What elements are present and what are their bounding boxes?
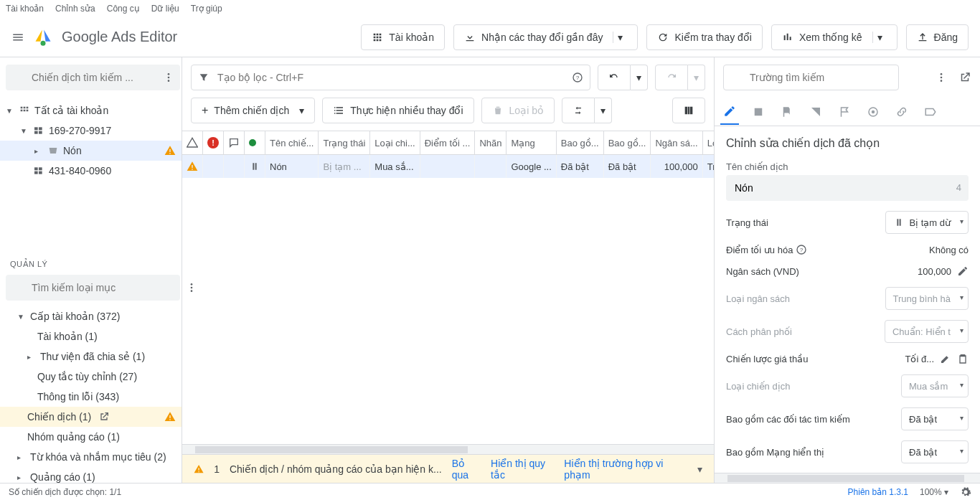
tree-account-1[interactable]: ▼ 169-270-9917 — [0, 121, 182, 141]
flag-outline-icon — [838, 105, 851, 118]
mgmt-keywords[interactable]: ▸Từ khóa và nhắm mục tiêu (2) — [0, 447, 182, 467]
warning-icon — [187, 161, 198, 172]
menu-account[interactable]: Tài khoản — [6, 4, 44, 14]
arrow-down-icon: ▼ — [20, 127, 29, 135]
filter-input[interactable] — [191, 65, 590, 90]
menu-help[interactable]: Trợ giúp — [191, 4, 222, 14]
redo-dropdown[interactable]: ▾ — [688, 65, 705, 90]
chevron-down-icon[interactable]: ▾ — [872, 32, 887, 43]
refresh-icon — [657, 32, 669, 43]
menu-data[interactable]: Dữ liệu — [151, 4, 179, 14]
hamburger-icon[interactable] — [11, 31, 24, 44]
col-incl2[interactable]: Bao gồ... — [603, 131, 651, 155]
mgmt-ads[interactable]: ▸Quảng cáo (1) — [0, 467, 182, 483]
list-icon — [333, 105, 344, 116]
btype-select[interactable]: Trung bình hà▾ — [885, 287, 969, 310]
tab-8[interactable] — [921, 100, 940, 124]
search-partners-label: Bao gồm các đối tác tìm kiếm — [726, 414, 894, 425]
name-input[interactable] — [726, 175, 969, 201]
accounts-button[interactable]: Tài khoản — [361, 24, 445, 50]
status-select[interactable]: Bị tạm dừ▾ — [885, 211, 969, 234]
col-alert[interactable]: ! — [203, 131, 224, 155]
zoom-level[interactable]: 100% ▾ — [920, 487, 948, 497]
menu-edit[interactable]: Chỉnh sửa — [55, 4, 95, 14]
chevron-down-icon[interactable]: ▾ — [697, 463, 702, 475]
flag-icon — [781, 105, 793, 118]
search-partners-select[interactable]: Đã bật▾ — [901, 407, 969, 430]
col-label[interactable]: Nhãn — [475, 131, 507, 155]
delivery-select[interactable]: Chuẩn: Hiển t▾ — [885, 320, 969, 343]
alert-skip-link[interactable]: Bỏ qua — [452, 458, 481, 481]
replace-dropdown[interactable]: ▾ — [595, 98, 612, 123]
col-type[interactable]: Loại chi... — [370, 131, 420, 155]
replace-button[interactable] — [562, 98, 595, 123]
link-icon — [895, 105, 908, 118]
col-comment[interactable] — [224, 131, 245, 155]
type-search-input[interactable] — [6, 275, 180, 301]
tab-5[interactable] — [835, 100, 854, 124]
col-incl1[interactable]: Bao gồ... — [556, 131, 603, 155]
ctype-select[interactable]: Mua sắm▾ — [901, 374, 969, 397]
mgmt-custom-rules[interactable]: Quy tắc tùy chỉnh (27) — [0, 367, 182, 387]
alert-rule-link[interactable]: Hiển thị quy tắc — [491, 458, 554, 481]
clipboard-icon[interactable] — [957, 353, 969, 364]
gear-icon[interactable] — [960, 486, 971, 498]
redo-button[interactable] — [655, 65, 688, 90]
add-campaign-button[interactable]: +Thêm chiến dịch▾ — [191, 98, 315, 123]
tab-3[interactable] — [778, 100, 796, 124]
menu-bar[interactable]: Tài khoản Chỉnh sửa Công cụ Dữ liệu Trợ … — [0, 0, 980, 17]
columns-icon — [683, 105, 694, 116]
more-vert-icon[interactable] — [163, 72, 174, 83]
chevron-down-icon[interactable]: ▾ — [613, 32, 627, 43]
pencil-icon[interactable] — [957, 265, 969, 277]
pencil-icon[interactable] — [940, 353, 951, 364]
table-row[interactable]: Nón Bị tạm ... Mua sắ... Google ... Đã b… — [182, 155, 714, 179]
mgmt-adgroups[interactable]: Nhóm quảng cáo (1) — [0, 427, 182, 447]
tab-6[interactable] — [864, 100, 882, 124]
mgmt-accounts[interactable]: Tài khoản (1) — [0, 326, 182, 346]
more-vert-icon[interactable] — [936, 72, 947, 83]
col-state[interactable]: Trạng thái — [319, 131, 370, 155]
col-btype[interactable]: Loại ngâ... — [702, 131, 714, 155]
check-changes-button[interactable]: Kiểm tra thay đổi — [646, 24, 762, 50]
field-search-input[interactable] — [723, 65, 899, 90]
recent-changes-button[interactable]: Nhận các thay đổi gần đây ▾ — [453, 24, 638, 50]
display-select[interactable]: Đã bật▾ — [901, 440, 969, 463]
post-button[interactable]: Đăng — [906, 24, 969, 50]
undo-dropdown[interactable]: ▾ — [631, 65, 648, 90]
campaign-search-input[interactable] — [6, 65, 180, 90]
tree-account-2[interactable]: 431-840-0960 — [0, 161, 182, 181]
header: Google Ads Editor Tài khoản Nhận các tha… — [0, 17, 980, 57]
open-external-icon[interactable] — [98, 411, 110, 423]
version-link[interactable]: Phiên bản 1.3.1 — [848, 487, 908, 497]
col-name[interactable]: Tên chiế... — [265, 131, 319, 155]
horizontal-scrollbar[interactable] — [182, 444, 714, 454]
tree-campaign-non[interactable]: ▸ Nón — [0, 141, 182, 161]
help-icon[interactable]: ? — [796, 244, 807, 255]
tab-edit[interactable] — [720, 99, 739, 125]
tab-7[interactable] — [892, 100, 911, 124]
col-budget[interactable]: Ngân sá... — [651, 131, 702, 155]
alert-violation-link[interactable]: Hiển thị trường hợp vi phạm — [564, 458, 677, 481]
col-status-dot[interactable] — [245, 131, 265, 155]
stats-button[interactable]: Xem thống kê ▾ — [771, 24, 897, 50]
tab-4[interactable] — [806, 100, 825, 124]
col-opt[interactable]: Điểm tối ... — [420, 131, 475, 155]
col-error[interactable] — [182, 131, 203, 155]
multi-change-button[interactable]: Thực hiện nhiều thay đổi — [322, 98, 473, 123]
mgmt-campaigns[interactable]: Chiến dịch (1) — [0, 407, 182, 427]
mgmt-shared-lib[interactable]: ▸Thư viện đã chia sẻ (1) — [0, 346, 182, 367]
open-external-icon[interactable] — [958, 71, 971, 84]
mgmt-errors[interactable]: Thông tin lỗi (343) — [0, 387, 182, 407]
tab-2[interactable] — [749, 100, 768, 124]
mgmt-account-level[interactable]: ▼Cấp tài khoản (372) — [0, 306, 182, 326]
right-hscroll[interactable] — [715, 473, 980, 483]
columns-button[interactable] — [672, 98, 705, 123]
tree-all-accounts[interactable]: ▼ Tất cả tài khoản — [0, 100, 182, 121]
col-network[interactable]: Mạng — [507, 131, 556, 155]
help-icon[interactable]: ? — [572, 72, 583, 83]
undo-button[interactable] — [598, 65, 631, 90]
remove-button[interactable]: Loại bỏ — [481, 98, 555, 123]
menu-tools[interactable]: Công cụ — [107, 4, 140, 14]
svg-rect-10 — [39, 167, 42, 170]
